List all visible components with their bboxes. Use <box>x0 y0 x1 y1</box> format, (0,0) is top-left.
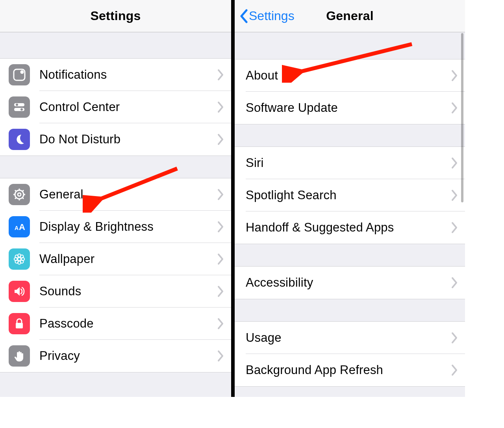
settings-pane: Settings Notifications Control Center <box>0 0 231 397</box>
chevron-right-icon <box>217 221 224 233</box>
svg-line-14 <box>15 197 17 199</box>
page-title-left: Settings <box>91 9 141 23</box>
row-accessibility[interactable]: Accessibility <box>235 267 465 299</box>
gear-icon <box>9 184 30 205</box>
chevron-right-icon <box>451 102 458 114</box>
row-label: Spotlight Search <box>246 188 451 202</box>
row-label: Sounds <box>39 284 217 298</box>
row-label: Siri <box>246 156 451 170</box>
general-group-1: About Software Update <box>235 59 465 124</box>
row-sounds[interactable]: Sounds <box>0 275 231 308</box>
svg-point-5 <box>20 108 23 111</box>
svg-rect-2 <box>14 103 24 106</box>
back-button[interactable]: Settings <box>239 0 295 32</box>
row-label: Software Update <box>246 101 451 115</box>
chevron-right-icon <box>217 253 224 265</box>
row-wallpaper[interactable]: Wallpaper <box>0 243 231 275</box>
row-notifications[interactable]: Notifications <box>0 59 231 91</box>
row-label: General <box>39 187 217 202</box>
row-passcode[interactable]: Passcode <box>0 308 231 340</box>
chevron-right-icon <box>451 70 458 82</box>
settings-group-2: General AA Display & Brightness Wallpape… <box>0 178 231 372</box>
notifications-icon <box>9 64 30 85</box>
navbar-right: Settings General <box>235 0 465 32</box>
control-center-icon <box>9 96 30 118</box>
text-size-icon: AA <box>9 216 30 237</box>
chevron-right-icon <box>451 277 458 289</box>
row-label: Notifications <box>39 68 217 82</box>
row-about[interactable]: About <box>235 59 465 92</box>
chevron-right-icon <box>217 350 224 362</box>
row-label: Privacy <box>39 349 217 363</box>
general-group-4: Usage Background App Refresh <box>235 321 465 387</box>
svg-point-3 <box>16 104 18 106</box>
flower-icon <box>9 248 30 270</box>
row-label: Handoff & Suggested Apps <box>246 220 451 235</box>
row-label: About <box>246 69 451 83</box>
row-label: Background App Refresh <box>246 363 451 377</box>
row-label: Usage <box>246 331 451 345</box>
general-group-3: Accessibility <box>235 266 465 299</box>
chevron-right-icon <box>451 364 458 376</box>
chevron-right-icon <box>451 157 458 169</box>
chevron-right-icon <box>217 318 224 330</box>
moon-icon <box>9 129 30 150</box>
svg-line-12 <box>15 190 17 192</box>
chevron-right-icon <box>451 222 458 233</box>
svg-point-18 <box>18 258 21 261</box>
chevron-right-icon <box>217 69 224 81</box>
chevron-right-icon <box>217 189 224 200</box>
svg-text:A: A <box>15 225 19 231</box>
row-privacy[interactable]: Privacy <box>0 340 231 372</box>
svg-point-1 <box>20 70 24 74</box>
scroll-indicator[interactable] <box>461 33 463 202</box>
row-label: Accessibility <box>246 276 451 290</box>
chevron-right-icon <box>451 332 458 344</box>
row-spotlight-search[interactable]: Spotlight Search <box>235 179 465 211</box>
general-pane: Settings General About Software Update S… <box>235 0 465 397</box>
row-software-update[interactable]: Software Update <box>235 92 465 124</box>
row-label: Do Not Disturb <box>39 132 217 146</box>
speaker-icon <box>9 281 30 302</box>
chevron-right-icon <box>217 285 224 297</box>
page-title-right: General <box>326 9 374 23</box>
svg-rect-27 <box>16 323 23 328</box>
back-label: Settings <box>249 9 295 23</box>
svg-point-7 <box>18 193 21 196</box>
row-control-center[interactable]: Control Center <box>0 91 231 123</box>
svg-line-13 <box>22 197 24 199</box>
svg-text:A: A <box>19 222 25 232</box>
lock-icon <box>9 313 30 334</box>
general-group-2: Siri Spotlight Search Handoff & Suggeste… <box>235 146 465 244</box>
row-handoff[interactable]: Handoff & Suggested Apps <box>235 211 465 244</box>
chevron-right-icon <box>451 189 458 201</box>
svg-rect-4 <box>14 108 24 111</box>
navbar-left: Settings <box>0 0 231 32</box>
settings-group-1: Notifications Control Center Do Not Dist… <box>0 58 231 156</box>
chevron-right-icon <box>217 101 224 113</box>
row-siri[interactable]: Siri <box>235 147 465 179</box>
chevron-left-icon <box>239 9 248 23</box>
row-label: Control Center <box>39 100 217 114</box>
row-background-app-refresh[interactable]: Background App Refresh <box>235 354 465 386</box>
svg-line-15 <box>22 190 24 192</box>
row-label: Wallpaper <box>39 252 217 266</box>
hand-icon <box>9 345 30 367</box>
row-label: Passcode <box>39 317 217 331</box>
row-general[interactable]: General <box>0 178 231 211</box>
chevron-right-icon <box>217 133 224 145</box>
pane-divider <box>231 0 235 397</box>
row-label: Display & Brightness <box>39 220 217 234</box>
row-do-not-disturb[interactable]: Do Not Disturb <box>0 123 231 156</box>
row-display-brightness[interactable]: AA Display & Brightness <box>0 211 231 243</box>
row-usage[interactable]: Usage <box>235 322 465 354</box>
